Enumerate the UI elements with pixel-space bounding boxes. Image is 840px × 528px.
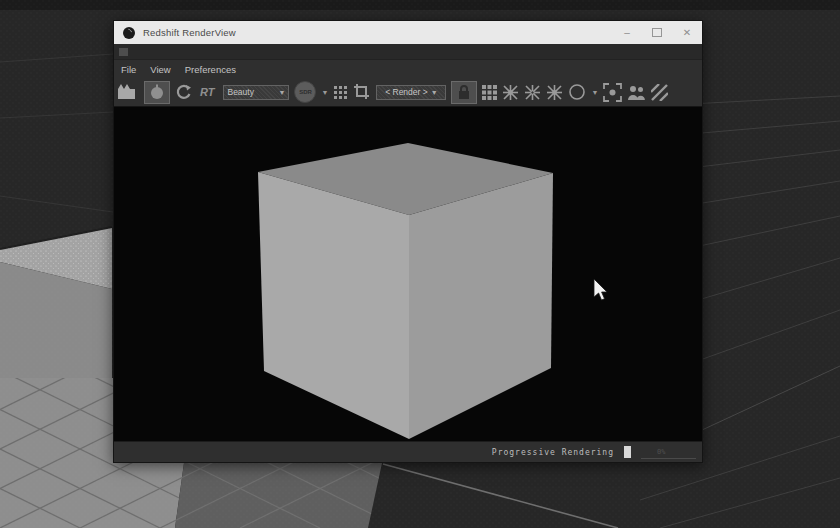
snapshot-store-icon[interactable]: [524, 84, 541, 101]
people-icon[interactable]: [627, 84, 646, 101]
lock-icon: [457, 85, 471, 100]
maximize-button[interactable]: [642, 21, 672, 44]
menu-preferences[interactable]: Preferences: [185, 64, 236, 75]
cube-right-face: [409, 173, 553, 439]
dock-tab[interactable]: [119, 48, 128, 56]
lock-view-button[interactable]: [451, 81, 477, 104]
redshift-logo-icon: [123, 27, 135, 39]
focus-region-icon[interactable]: [603, 83, 622, 102]
pixel-grid-icon[interactable]: [333, 85, 348, 100]
sampling-overlay-icon[interactable]: [568, 83, 586, 101]
snapshot-film-icon[interactable]: [117, 83, 139, 101]
menu-file[interactable]: File: [121, 64, 136, 75]
rt-toggle[interactable]: RT: [200, 86, 214, 98]
rendered-cube: [258, 143, 553, 439]
title-bar[interactable]: Redshift RenderView – ✕: [114, 21, 702, 44]
redshift-renderview-window: Redshift RenderView – ✕ File View Prefer…: [113, 20, 703, 463]
progress-bar: 0%: [641, 446, 696, 459]
maximize-icon: [652, 28, 662, 37]
snapshot-compare-icon[interactable]: [502, 84, 519, 101]
chevron-down-icon: ▼: [276, 89, 286, 96]
snapshot-load-icon[interactable]: [546, 84, 563, 101]
render-view[interactable]: [114, 107, 702, 441]
menu-bar: File View Preferences: [114, 60, 702, 78]
progress-percent: 0%: [657, 448, 665, 456]
bucket-grid-icon[interactable]: [482, 85, 497, 100]
menu-view[interactable]: View: [150, 64, 170, 75]
mouse-cursor: [594, 279, 607, 300]
diagonal-stripes-icon[interactable]: [651, 84, 668, 101]
chevron-down-icon[interactable]: ▼: [321, 89, 328, 96]
start-render-button[interactable]: [144, 81, 170, 104]
render-camera-dropdown[interactable]: < Render > ▼: [376, 85, 446, 100]
chevron-down-icon: ▼: [428, 89, 438, 96]
tab-strip: [114, 44, 702, 60]
sdr-display-button[interactable]: SDR: [294, 81, 316, 103]
minimize-button[interactable]: –: [612, 21, 642, 44]
render-camera-value: < Render >: [385, 87, 428, 97]
aov-dropdown-value: Beauty: [227, 87, 253, 97]
window-title: Redshift RenderView: [143, 27, 236, 38]
rendered-image: [114, 107, 702, 441]
crop-region-icon[interactable]: [353, 83, 371, 101]
close-button[interactable]: ✕: [672, 21, 702, 44]
cube-left-face: [258, 172, 409, 439]
restart-render-icon[interactable]: [175, 83, 193, 101]
status-bar: Progressive Rendering 0%: [114, 441, 702, 462]
progress-indicator-block: [624, 446, 631, 458]
toolbar: RT Beauty ▼ SDR ▼ < Rende: [114, 78, 702, 107]
progressive-rendering-label: Progressive Rendering: [492, 448, 614, 457]
render-teapot-icon: [148, 83, 166, 101]
aov-dropdown[interactable]: Beauty ▼: [223, 85, 289, 100]
chevron-down-icon[interactable]: ▼: [591, 89, 598, 96]
